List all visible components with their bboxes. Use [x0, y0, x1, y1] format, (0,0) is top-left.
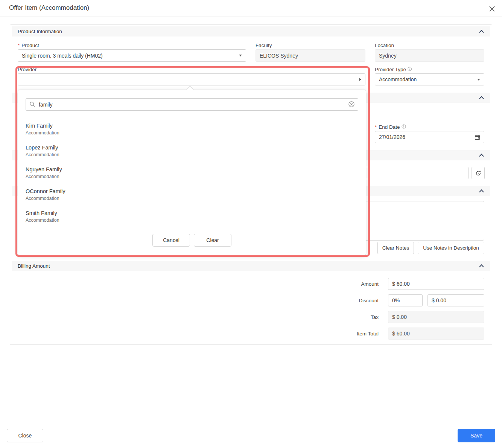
faculty-field: ELICOS Sydney — [256, 49, 365, 62]
save-button[interactable]: Save — [458, 429, 495, 442]
section-billing-title: Billing Amount — [18, 263, 50, 269]
location-label: Location — [375, 43, 394, 48]
use-notes-button[interactable]: Use Notes in Description — [418, 242, 484, 254]
chevron-down-icon — [239, 55, 242, 56]
product-select-value: Single room, 3 meals daily (HM02) — [22, 53, 103, 59]
amount-input[interactable]: $ 60.00 — [388, 278, 484, 290]
tax-field: $ 0.00 — [388, 311, 484, 323]
popup-notch — [186, 86, 194, 93]
provider-option[interactable]: Kim Family Accommodation — [18, 120, 366, 142]
clear-notes-button[interactable]: Clear Notes — [377, 242, 414, 254]
tax-label: Tax — [333, 314, 379, 320]
calendar-icon[interactable] — [475, 134, 480, 140]
chevron-up-icon[interactable] — [479, 29, 484, 34]
chevron-up-icon[interactable] — [479, 153, 484, 157]
cancel-button[interactable]: Cancel — [152, 234, 190, 247]
history-icon[interactable] — [472, 167, 485, 179]
provider-label: Provider — [18, 67, 37, 72]
arrow-right-icon — [359, 78, 361, 81]
clear-button[interactable]: Clear — [194, 234, 231, 247]
item-total-label: Item Total — [333, 331, 379, 337]
provider-type-label: Provider Type — [375, 67, 412, 72]
end-date-value: 27/01/2026 — [379, 134, 405, 140]
provider-combobox[interactable] — [18, 73, 365, 85]
search-icon — [29, 101, 35, 109]
modal-header: Offer Item (Accommodation) — [0, 0, 502, 17]
discount-amount-input[interactable]: $ 0.00 — [427, 294, 484, 306]
item-total-field: $ 60.00 — [388, 328, 484, 340]
modal-title: Offer Item (Accommodation) — [9, 4, 89, 12]
faculty-label: Faculty — [256, 43, 272, 48]
location-field: Sydney — [375, 49, 484, 62]
required-mark: * — [375, 124, 377, 130]
chevron-up-icon[interactable] — [479, 264, 484, 268]
close-icon[interactable] — [488, 5, 496, 13]
section-product-information-title: Product Information — [18, 29, 62, 34]
section-billing-amount[interactable]: Billing Amount — [12, 261, 490, 271]
provider-type-value: Accommodation — [379, 76, 417, 82]
info-icon — [408, 67, 412, 72]
provider-option[interactable]: Lopez Family Accommodation — [18, 142, 366, 164]
required-mark: * — [18, 43, 20, 48]
provider-option[interactable]: Nguyen Family Accommodation — [18, 164, 366, 186]
section-product-information[interactable]: Product Information — [12, 26, 490, 37]
discount-percent-input[interactable]: 0% — [388, 294, 423, 306]
product-label: * Product — [18, 43, 39, 48]
clear-search-icon[interactable] — [348, 101, 354, 109]
provider-option[interactable]: OConnor Family Accommodation — [18, 186, 366, 207]
provider-type-select[interactable]: Accommodation — [375, 73, 484, 85]
form-panel: Product Information * Product Faculty Lo… — [10, 24, 492, 345]
chevron-up-icon[interactable] — [479, 96, 484, 100]
end-date-input[interactable]: 27/01/2026 — [375, 131, 484, 143]
provider-search-input[interactable] — [26, 98, 358, 111]
amount-label: Amount — [333, 281, 379, 287]
end-date-label: * End Date — [375, 124, 406, 130]
discount-label: Discount — [333, 298, 379, 303]
info-icon — [402, 124, 406, 130]
chevron-down-icon — [477, 79, 480, 81]
offer-item-modal: Offer Item (Accommodation) Product Infor… — [0, 0, 502, 448]
product-select[interactable]: Single room, 3 meals daily (HM02) — [18, 49, 246, 62]
provider-option[interactable]: Smith Family Accommodation — [18, 207, 366, 229]
chevron-up-icon[interactable] — [479, 189, 484, 193]
provider-option-list: Kim Family Accommodation Lopez Family Ac… — [18, 120, 366, 229]
close-button[interactable]: Close — [7, 429, 43, 442]
provider-dropdown-popup: Kim Family Accommodation Lopez Family Ac… — [18, 90, 366, 255]
